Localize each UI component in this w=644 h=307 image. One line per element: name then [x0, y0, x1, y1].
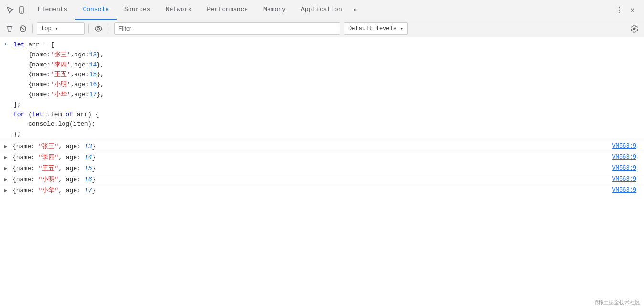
- mobile-icon[interactable]: [17, 6, 26, 14]
- watermark: @稀土掘金技术社区: [591, 298, 644, 307]
- output-row-4: ▶ {name: "小华", age: 17} VM563:9: [0, 185, 644, 196]
- cursor-icon[interactable]: [6, 6, 14, 14]
- eye-filter-button[interactable]: [93, 23, 104, 34]
- expand-triangle-2[interactable]: ▶: [4, 165, 10, 172]
- expand-triangle-4[interactable]: ▶: [4, 187, 10, 194]
- toolbar-divider-3: [108, 24, 108, 33]
- tab-performance[interactable]: Performance: [199, 0, 256, 20]
- output-code-3: {name: "小明", age: 16}: [12, 175, 96, 184]
- console-input-block: › let arr = [ {name:'张三',age:13}, {name:…: [0, 39, 644, 141]
- context-selector[interactable]: top ▾: [37, 22, 85, 35]
- console-content: › let arr = [ {name:'张三',age:13}, {name:…: [0, 37, 644, 307]
- vm-link-0[interactable]: VM563:9: [612, 143, 636, 150]
- kebab-menu-icon[interactable]: ⋮: [613, 4, 625, 16]
- clear-console-button[interactable]: [4, 23, 15, 34]
- console-settings-button[interactable]: [629, 23, 640, 34]
- console-code-input: let arr = [ {name:'张三',age:13}, {name:'李…: [13, 40, 104, 140]
- console-prompt-arrow: ›: [4, 41, 10, 47]
- output-code-0: {name: "张三", age: 13}: [12, 142, 96, 151]
- filter-input[interactable]: [114, 22, 340, 35]
- output-row-1: ▶ {name: "李四", age: 14} VM563:9: [0, 152, 644, 163]
- toolbar-divider-1: [32, 24, 33, 33]
- tab-memory[interactable]: Memory: [256, 0, 293, 20]
- vm-link-2[interactable]: VM563:9: [612, 165, 636, 172]
- tab-application[interactable]: Application: [293, 0, 350, 20]
- svg-point-4: [95, 26, 102, 31]
- console-toolbar: top ▾ Default levels ▾: [0, 20, 644, 37]
- stop-on-errors-button[interactable]: [17, 23, 29, 34]
- output-code-4: {name: "小华", age: 17}: [12, 186, 96, 195]
- tab-console[interactable]: Console: [75, 0, 117, 20]
- close-devtools-icon[interactable]: ✕: [627, 4, 638, 16]
- expand-triangle-3[interactable]: ▶: [4, 176, 10, 183]
- devtools-icons: [2, 0, 30, 20]
- tab-elements[interactable]: Elements: [30, 0, 75, 20]
- toolbar-divider-2: [88, 24, 89, 33]
- log-levels-selector[interactable]: Default levels ▾: [344, 22, 408, 35]
- vm-link-4[interactable]: VM563:9: [612, 187, 636, 194]
- tab-bar: Elements Console Sources Network Perform…: [0, 0, 644, 20]
- tab-network[interactable]: Network: [158, 0, 200, 20]
- svg-line-3: [21, 27, 24, 30]
- expand-triangle-1[interactable]: ▶: [4, 154, 10, 161]
- output-code-2: {name: "王五", age: 15}: [12, 164, 96, 173]
- output-code-1: {name: "李四", age: 14}: [12, 153, 96, 162]
- vm-link-1[interactable]: VM563:9: [612, 154, 636, 161]
- svg-point-5: [97, 27, 100, 30]
- output-row-2: ▶ {name: "王五", age: 15} VM563:9: [0, 163, 644, 174]
- tab-end-icons: ⋮ ✕: [613, 4, 642, 16]
- expand-triangle-0[interactable]: ▶: [4, 143, 10, 150]
- output-row-0: ▶ {name: "张三", age: 13} VM563:9: [0, 141, 644, 152]
- vm-link-3[interactable]: VM563:9: [612, 176, 636, 183]
- tab-more-button[interactable]: »: [350, 0, 361, 20]
- output-row-3: ▶ {name: "小明", age: 16} VM563:9: [0, 174, 644, 185]
- tab-sources[interactable]: Sources: [117, 0, 158, 20]
